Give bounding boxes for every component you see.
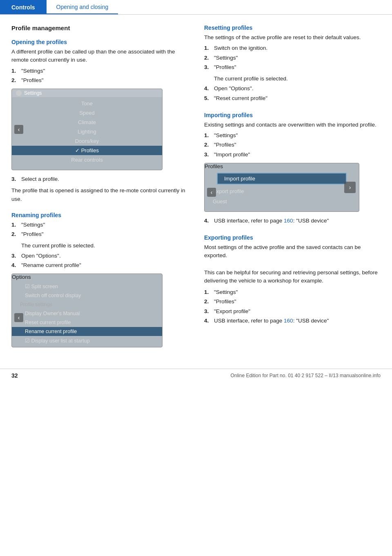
left-nav-button[interactable]: ‹ <box>14 125 23 134</box>
opening-steps-list: 1. "Settings" 2. "Profiles" <box>11 67 191 85</box>
step-text: "Import profile" <box>214 151 250 159</box>
option-switch-off[interactable]: Switch off control display <box>12 291 162 300</box>
menu-item-tone[interactable]: Tone <box>12 99 162 108</box>
menu-item-lighting[interactable]: Lighting <box>12 127 162 136</box>
importing-steps-list: 1. "Settings" 2. "Profiles" 3. "Import p… <box>204 131 381 159</box>
step-text: "Reset current profile" <box>214 94 267 102</box>
menu-item-rear[interactable]: Rear controls <box>12 155 162 165</box>
left-nav-button[interactable]: ‹ <box>207 188 216 197</box>
step-text: USB interface, refer to page 160: "USB d… <box>214 317 329 325</box>
section-label: Opening and closing <box>56 4 109 10</box>
page-footer: 32 Online Edition for Part no. 01 40 2 9… <box>0 369 392 382</box>
step-num: 1. <box>204 131 211 140</box>
main-content: Profile management Opening the profiles … <box>0 15 392 360</box>
step-text: "Settings" <box>214 131 238 140</box>
step-text: "Rename current profile" <box>21 261 81 269</box>
step-num: 5. <box>204 94 211 102</box>
options-title-bar: Options <box>12 274 162 280</box>
section-tab[interactable]: Opening and closing <box>47 0 118 14</box>
opening-note: The profile that is opened is assigned t… <box>11 187 191 203</box>
list-item: 2. "Settings" <box>204 54 381 62</box>
list-item: 4. USB interface, refer to page 160: "US… <box>204 217 381 225</box>
list-item: 3. "Import profile" <box>204 151 381 159</box>
step-num: 4. <box>11 261 18 269</box>
profile-guest[interactable]: Guest <box>205 196 359 207</box>
list-item: 2. "Profiles" <box>11 230 191 238</box>
option-rename-profile[interactable]: Rename current profile <box>12 327 162 336</box>
resetting-steps-list: 1. Switch on the ignition. 2. "Settings"… <box>204 44 381 71</box>
list-item: 3. Select a profile. <box>11 175 191 183</box>
step-text: "Settings" <box>214 288 238 296</box>
section-resetting-body: The settings of the active profile are r… <box>204 33 381 42</box>
page-link[interactable]: 160 <box>284 218 293 224</box>
renaming-steps2: 3. Open "Options". 4. "Rename current pr… <box>11 252 191 270</box>
option-reset-profile[interactable]: Reset current profile <box>12 318 162 327</box>
step-text: "Export profile" <box>214 307 250 316</box>
controls-label: Controls <box>11 4 35 11</box>
profile-import[interactable]: Import profile <box>217 173 347 185</box>
list-item: 2. "Profiles" <box>204 298 381 306</box>
renaming-steps-list: 1. "Settings" 2. "Profiles" <box>11 221 191 239</box>
opening-step3-list: 3. Select a profile. <box>11 175 191 183</box>
list-item: 3. "Profiles" <box>204 63 381 71</box>
section-importing-title: Importing profiles <box>204 112 381 118</box>
step-num: 3. <box>204 63 211 71</box>
left-nav-button[interactable]: ‹ <box>14 313 23 322</box>
step-text: "Settings" <box>21 221 45 229</box>
section-importing-body: Existing settings and contacts are overw… <box>204 121 381 129</box>
list-item: 1. "Settings" <box>11 67 191 75</box>
step-num: 2. <box>11 76 18 85</box>
page-link[interactable]: 160 <box>284 318 293 324</box>
step-num: 2. <box>204 141 211 149</box>
menu-item-speed[interactable]: Speed <box>12 108 162 118</box>
list-item: 1. "Settings" <box>204 131 381 140</box>
resetting-note: The current profile is selected. <box>214 75 381 83</box>
exporting-steps-list: 1. "Settings" 2. "Profiles" 3. "Export p… <box>204 288 381 325</box>
screen-title: Profiles <box>205 163 223 169</box>
list-item: 3. "Export profile" <box>204 307 381 316</box>
importing-step4: 4. USB interface, refer to page 160: "US… <box>204 217 381 225</box>
step-num: 1. <box>204 44 211 52</box>
list-item: 4. USB interface, refer to page 160: "US… <box>204 317 381 325</box>
options-screen: Options ‹ Split screen Switch off contro… <box>11 274 163 347</box>
step-text: "Profiles" <box>214 63 236 71</box>
renaming-note: The current profile is selected. <box>21 242 191 250</box>
step-text: Open "Options". <box>214 85 254 93</box>
right-column: Resetting profiles The settings of the a… <box>204 24 381 352</box>
page-header: Controls Opening and closing <box>0 0 392 15</box>
option-display-user-list[interactable]: Display user list at startup <box>12 336 162 345</box>
profiles-menu: Import profile Export profile Guest <box>205 169 359 208</box>
right-nav-button[interactable]: › <box>344 182 356 193</box>
step-num: 3. <box>11 175 18 183</box>
step-text: "Profiles" <box>21 76 44 85</box>
menu-item-doors[interactable]: Doors/key <box>12 136 162 146</box>
section-opening-body: A different profile can be called up tha… <box>11 48 191 64</box>
profiles-screen: Profiles ‹ Import profile Export profile… <box>204 163 359 212</box>
step-num: 4. <box>204 85 211 93</box>
menu-item-profiles[interactable]: ✓ Profiles <box>12 146 162 155</box>
section-renaming-title: Renaming profiles <box>11 212 191 218</box>
step-num: 2. <box>11 230 18 238</box>
list-item: 4. Open "Options". <box>204 85 381 93</box>
section-opening-title: Opening the profiles <box>11 39 191 45</box>
footer-copyright: Online Edition for Part no. 01 40 2 917 … <box>230 373 381 378</box>
controls-tab[interactable]: Controls <box>0 0 47 14</box>
step-num: 3. <box>11 252 18 260</box>
step-text: USB interface, refer to page 160: "USB d… <box>214 217 329 225</box>
list-item: 1. "Settings" <box>11 221 191 229</box>
list-item: 5. "Reset current profile" <box>204 94 381 102</box>
profile-export[interactable]: Export profile <box>205 186 359 196</box>
section-exporting-title: Exporting profiles <box>204 234 381 241</box>
step-num: 4. <box>204 217 211 225</box>
resetting-steps2: 4. Open "Options". 5. "Reset current pro… <box>204 85 381 102</box>
section-resetting-title: Resetting profiles <box>204 24 381 31</box>
section-exporting-body2: This can be helpful for securing and ret… <box>204 269 381 285</box>
option-display-manual[interactable]: Display Owner's Manual <box>12 309 162 318</box>
copyright-text: Online Edition for Part no. 01 40 2 917 … <box>230 373 338 378</box>
list-item: 1. "Settings" <box>204 288 381 296</box>
settings-menu: Tone Speed Climate Lighting Doors/key ✓ … <box>12 97 162 166</box>
menu-item-climate[interactable]: Climate <box>12 118 162 127</box>
step-text: Select a profile. <box>21 175 59 183</box>
screen-title-bar: Settings <box>12 89 162 97</box>
option-split-screen[interactable]: Split screen <box>12 282 162 291</box>
